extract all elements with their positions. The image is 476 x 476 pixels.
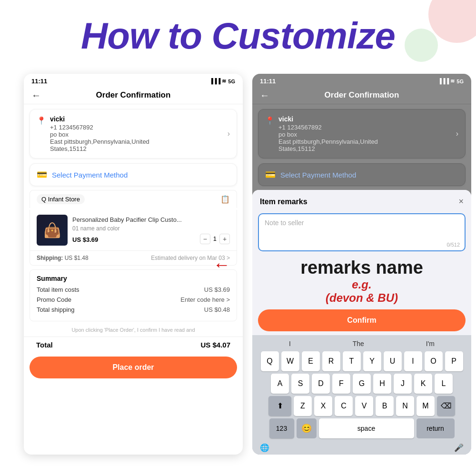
- key-r[interactable]: R: [322, 351, 340, 371]
- left-nav-title: Order Confirmation: [96, 90, 171, 100]
- key-j[interactable]: J: [394, 374, 412, 394]
- total-row: Total US $4.07: [24, 337, 243, 353]
- key-u[interactable]: U: [384, 351, 402, 371]
- key-x[interactable]: X: [314, 396, 332, 416]
- key-f[interactable]: F: [332, 374, 350, 394]
- right-status-bar: 11:11 ▐▐▐ ≋ 5G: [252, 74, 471, 87]
- key-k[interactable]: K: [414, 374, 432, 394]
- keyboard-row-2: A S D F G H J K L: [254, 374, 469, 394]
- qty-decrease[interactable]: −: [200, 234, 210, 244]
- left-time: 11:11: [31, 78, 47, 85]
- right-address-line3: States,15112: [278, 145, 456, 152]
- suggestion-i[interactable]: I: [289, 340, 291, 347]
- key-space[interactable]: space: [319, 418, 414, 438]
- right-payment-label: Select Payment Method: [280, 171, 356, 179]
- key-s[interactable]: S: [291, 374, 309, 394]
- right-address-card[interactable]: 📍 vicki +1 1234567892 po box East pittsb…: [258, 109, 466, 159]
- right-address-info: vicki +1 1234567892 po box East pittsbur…: [278, 115, 456, 152]
- left-address-card[interactable]: 📍 vicki +1 1234567892 po box East pittsb…: [30, 109, 237, 159]
- key-z[interactable]: Z: [294, 396, 312, 416]
- address-line3: States,15112: [50, 145, 228, 152]
- total-value: US $4.07: [200, 341, 230, 349]
- key-o[interactable]: O: [425, 351, 443, 371]
- keyboard-area: I The I'm Q W E R T Y U I O P A S D: [252, 335, 471, 455]
- globe-icon[interactable]: 🌐: [260, 443, 269, 452]
- item-costs-row: Total item costs US $3.69: [37, 286, 230, 293]
- note-icon[interactable]: 📋: [220, 195, 230, 204]
- suggestion-im[interactable]: I'm: [426, 340, 435, 347]
- keyboard-suggestions: I The I'm: [254, 338, 469, 351]
- address-row: 📍 vicki +1 1234567892 po box East pittsb…: [37, 115, 230, 152]
- right-address-phone: +1 1234567892: [278, 124, 456, 131]
- right-back-arrow[interactable]: ←: [260, 90, 269, 101]
- address-chevron: ›: [228, 129, 230, 138]
- left-status-icons: ▐▐▐ ≋ 5G: [209, 78, 235, 84]
- keyboard-bottom-row: 123 😊 space return: [254, 418, 469, 438]
- place-order-button[interactable]: Place order: [30, 357, 237, 378]
- key-l[interactable]: L: [435, 374, 453, 394]
- key-shift[interactable]: ⬆: [268, 396, 291, 416]
- promo-row: Promo Code Enter code here >: [37, 296, 230, 303]
- right-payment-row[interactable]: 💳 Select Payment Method: [258, 163, 466, 186]
- right-address-chevron: ›: [456, 129, 458, 138]
- left-status-bar: 11:11 ▐▐▐ ≋ 5G: [24, 74, 243, 87]
- right-nav-title: Order Confirmation: [325, 90, 399, 100]
- store-name[interactable]: Q Infant Store: [37, 194, 85, 204]
- product-image: 👜: [37, 215, 68, 246]
- key-numbers[interactable]: 123: [269, 418, 294, 438]
- key-emoji[interactable]: 😊: [297, 418, 317, 438]
- key-t[interactable]: T: [343, 351, 361, 371]
- key-delete[interactable]: ⌫: [437, 396, 455, 416]
- store-header: Q Infant Store 📋: [30, 190, 237, 208]
- right-address-line1: po box: [278, 131, 456, 138]
- remarks-name-overlay: remarks name e.g. (devon & BU): [252, 256, 471, 307]
- key-q[interactable]: Q: [261, 351, 279, 371]
- key-return[interactable]: return: [416, 418, 455, 438]
- key-p[interactable]: P: [445, 351, 463, 371]
- key-i[interactable]: I: [404, 351, 422, 371]
- remarks-header: Item remarks ×: [252, 190, 471, 211]
- suggestion-the[interactable]: The: [353, 340, 364, 347]
- product-variant: 01 name and color: [72, 225, 230, 232]
- address-name: vicki: [50, 115, 228, 123]
- shipping-total-row: Total shipping US $0.48: [37, 306, 230, 313]
- summary-section: Summary Total item costs US $3.69 Promo …: [30, 269, 237, 321]
- right-location-icon: 📍: [265, 116, 275, 125]
- key-b[interactable]: B: [376, 396, 394, 416]
- address-line1: po box: [50, 131, 228, 138]
- total-shipping-value: US $0.48: [204, 306, 230, 313]
- keyboard-row-3: ⬆ Z X C V B N M ⌫: [254, 396, 469, 416]
- total-label: Total: [36, 341, 53, 349]
- remarks-close-button[interactable]: ×: [458, 197, 464, 207]
- promo-value[interactable]: Enter code here >: [180, 296, 230, 303]
- left-back-arrow[interactable]: ←: [31, 90, 41, 101]
- key-w[interactable]: W: [281, 351, 299, 371]
- qty-increase[interactable]: +: [219, 234, 230, 244]
- location-icon: 📍: [37, 116, 46, 125]
- mic-icon[interactable]: 🎤: [454, 443, 464, 452]
- key-c[interactable]: C: [335, 396, 353, 416]
- payment-row[interactable]: 💳 Select Payment Method: [30, 163, 237, 186]
- confirm-button[interactable]: Confirm: [258, 309, 466, 331]
- key-y[interactable]: Y: [363, 351, 381, 371]
- key-a[interactable]: A: [271, 374, 289, 394]
- key-h[interactable]: H: [373, 374, 391, 394]
- summary-title: Summary: [37, 275, 230, 282]
- key-g[interactable]: G: [353, 374, 371, 394]
- key-m[interactable]: M: [416, 396, 435, 416]
- qty-value: 1: [213, 235, 217, 242]
- remarks-popup: Item remarks × Note to seller 0/512 rema…: [252, 190, 471, 455]
- key-n[interactable]: N: [396, 396, 414, 416]
- main-title: How to Customize: [0, 14, 476, 58]
- right-address-line2: East pittsburgh,Pennsylvania,United: [278, 138, 456, 145]
- remarks-input[interactable]: Note to seller 0/512: [258, 213, 466, 251]
- shipping-cost: US $1.48: [65, 255, 89, 261]
- key-e[interactable]: E: [302, 351, 320, 371]
- key-v[interactable]: V: [355, 396, 373, 416]
- product-name: Personalized Baby Pacifier Clip Custo...: [72, 216, 230, 224]
- product-row: 👜 Personalized Baby Pacifier Clip Custo.…: [30, 210, 237, 251]
- shipping-label: Shipping:: [37, 255, 63, 261]
- key-d[interactable]: D: [312, 374, 330, 394]
- tote-bag: 👜: [37, 215, 68, 246]
- shipping-row: Shipping: US $1.48 Estimated delivery on…: [30, 251, 237, 266]
